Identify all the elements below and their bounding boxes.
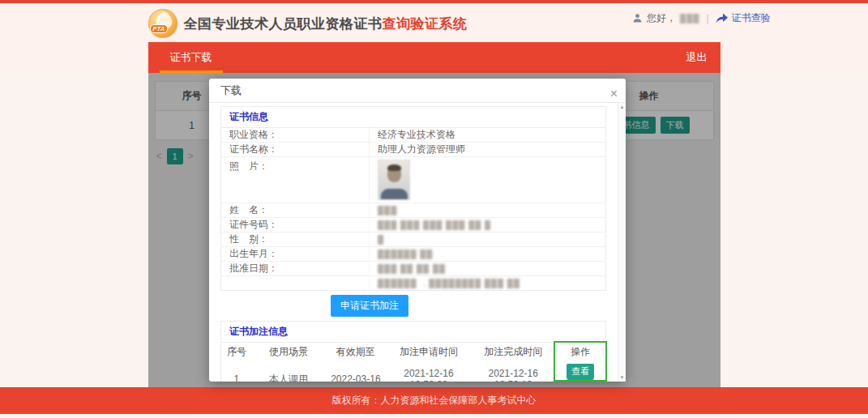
separator: | <box>706 13 708 24</box>
bottom-strip <box>0 414 868 418</box>
annotation-section-title: 证书加注信息 <box>221 322 605 343</box>
greeting-text: 您好， <box>647 11 676 25</box>
annotation-table: 序号 使用场景 有效期至 加注申请时间 加注完成时间 操作 1 本人调用 202… <box>221 343 605 382</box>
site-title-accent: 查询验证系统 <box>383 16 468 32</box>
header: PTA 全国专业技术人员职业资格证书查询验证系统 您好，███ | 证书查验 <box>0 3 868 42</box>
annotation-table-header: 序号 使用场景 有效期至 加注申请时间 加注完成时间 操作 <box>221 343 605 361</box>
modal-title: 下载 <box>220 84 242 96</box>
scroll-down-arrow-icon[interactable]: ▼ <box>618 375 626 380</box>
apply-annotation-button[interactable]: 申请证书加注 <box>331 295 408 317</box>
field-row-extra: ██████ ，████████ ███ ██ <box>221 276 605 290</box>
redacted-value: █ <box>369 232 605 246</box>
redacted-value: ███ ██ ██ ██ <box>369 262 605 275</box>
portrait-photo <box>378 160 410 200</box>
page: PTA 全国专业技术人员职业资格证书查询验证系统 您好，███ | 证书查验 证… <box>0 0 868 418</box>
annotation-table-row: 1 本人调用 2022-03-16 2021-12-16 10:53:02 20… <box>221 361 605 382</box>
field-row-id-number: 证件号码： ███ ███ ███ ███ ██ █ <box>221 218 605 232</box>
field-row-photo: 照 片： <box>221 157 605 203</box>
download-annotation-button[interactable]: 下载 <box>567 379 594 382</box>
redacted-value: ███ ███ ███ ███ ██ █ <box>369 218 605 232</box>
field-row-cert-name: 证书名称： 助理人力资源管理师 <box>221 143 605 157</box>
pta-logo-icon: PTA <box>148 9 177 38</box>
download-modal: 下载 × ▲ ▼ 证书信息 职业资格： 经济专业技术资格 证书名称： 助理人力资… <box>209 79 626 382</box>
footer: 版权所有：人力资源和社会保障部人事考试中心 <box>0 387 868 414</box>
brand: PTA 全国专业技术人员职业资格证书查询验证系统 <box>148 9 468 38</box>
field-row-gender: 性 别： █ <box>221 232 605 247</box>
site-title: 全国专业技术人员职业资格证书查询验证系统 <box>184 15 468 33</box>
field-row-qualification: 职业资格： 经济专业技术资格 <box>221 128 605 143</box>
view-button[interactable]: 查看 <box>567 364 594 379</box>
user-info: 您好，███ | 证书查验 <box>632 11 770 25</box>
modal-header: 下载 × <box>209 79 626 103</box>
scrollbar[interactable]: ▲ ▼ <box>618 103 626 382</box>
tab-cert-download[interactable]: 证书下载 <box>166 42 216 73</box>
redacted-value: ███ <box>369 203 605 217</box>
scroll-up-arrow-icon[interactable]: ▲ <box>618 104 626 109</box>
user-icon <box>632 13 643 23</box>
field-row-birth: 出生年月： ██████ ██ <box>221 247 605 262</box>
modal-body: 证书信息 职业资格： 经济专业技术资格 证书名称： 助理人力资源管理师 照 片： <box>209 103 618 382</box>
forward-arrow-icon <box>716 13 728 23</box>
annotation-info-section: 证书加注信息 序号 使用场景 有效期至 加注申请时间 加注完成时间 操作 <box>220 321 606 382</box>
cert-info-section: 证书信息 职业资格： 经济专业技术资格 证书名称： 助理人力资源管理师 照 片： <box>220 106 606 291</box>
logo-text: PTA <box>150 24 169 33</box>
site-title-main: 全国专业技术人员职业资格证书 <box>184 16 383 32</box>
redacted-value: ██████ ，████████ ███ ██ <box>369 276 605 290</box>
cert-verify-link[interactable]: 证书查验 <box>732 11 771 25</box>
content-area: 序号 操作 1 证书信息下载 < 1 > <box>0 73 868 387</box>
logout-button[interactable]: 退出 <box>686 50 708 65</box>
field-row-name: 姓 名： ███ <box>221 203 605 218</box>
redacted-value: ██████ ██ <box>369 247 605 261</box>
cert-info-section-title: 证书信息 <box>221 107 605 128</box>
field-row-approve-date: 批准日期： ███ ██ ██ ██ <box>221 262 605 276</box>
user-name-redacted: ███ <box>680 14 699 23</box>
copyright-text: 版权所有：人力资源和社会保障部人事考试中心 <box>332 395 537 406</box>
nav-bar: 证书下载 退出 <box>0 42 868 73</box>
